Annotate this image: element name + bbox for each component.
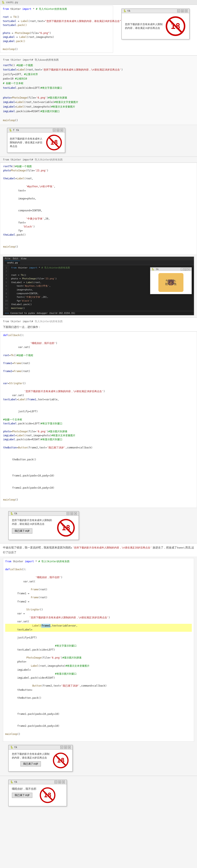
section4-source: from tkinter import# 导入tkinter的所有东西 bbox=[3, 319, 194, 324]
code-line bbox=[5, 704, 192, 708]
bear-overlay-text: #python,初小甲鱼 bbox=[165, 279, 177, 286]
code-text: .pack() bbox=[16, 23, 27, 27]
code-text: () bbox=[15, 47, 18, 51]
overlay-body: 🐻 #python,初小甲鱼 bbox=[150, 271, 192, 294]
code-line: theLabel=Label(root, bbox=[3, 177, 194, 185]
code-line bbox=[3, 358, 194, 362]
overlay-max: □ bbox=[184, 268, 187, 271]
code-comment: # 导入tkinter的所有东西 bbox=[36, 7, 67, 11]
title-icon-6: 🐍 bbox=[10, 780, 13, 783]
min-6[interactable]: − bbox=[54, 780, 57, 783]
code-block-1: from tkinter import * # 导入tkinter的所有东西 r… bbox=[0, 6, 113, 53]
title-icon-small: 🐍 bbox=[9, 129, 12, 132]
close-btn-2[interactable]: × bbox=[60, 129, 63, 132]
title-text-5a: tk bbox=[14, 746, 17, 749]
section2-windows: 🐍 f tk − □ × 您所下载的影片含有未成年人限制的内容，请在满足18岁后… bbox=[3, 126, 194, 154]
terminal-output: Connected to pydev debugger (build 202.8… bbox=[10, 312, 75, 314]
eighteen-button-4[interactable]: 我已满了18岁 bbox=[12, 528, 32, 534]
code-line: textLabel.pack(side=LEFT)#将文字显示到窗口 bbox=[5, 644, 192, 652]
browser-tab: 🐍 ceshi.py bbox=[0, 0, 197, 5]
code-line: var=StringVar() bbox=[3, 381, 194, 390]
code-text: (root,text= bbox=[28, 19, 45, 23]
ide-menu-edit: Edit bbox=[13, 257, 18, 260]
min-5a[interactable]: − bbox=[60, 746, 63, 749]
explanation-text: 中途出现了错误，我一直说好吧，我发现原来是因为我把a '您所下载的影片含有未成年… bbox=[3, 545, 194, 555]
ide-code-area: 12345 678910 1112 from tkinter import * … bbox=[3, 265, 194, 311]
code-line: rootTk()#创建一个视图 bbox=[3, 164, 194, 168]
code-line bbox=[3, 11, 110, 15]
minimize-btn-2[interactable]: − bbox=[53, 129, 56, 132]
content-6: 哦吼你好，我不信邪 我已满了18岁 bbox=[12, 787, 36, 798]
text-5a: 您所下载的影片含有未成年人限制的内容，请在满足18岁后再点击 bbox=[12, 752, 49, 760]
min-4[interactable]: − bbox=[67, 512, 70, 515]
button-5a[interactable]: 我已满了18岁 bbox=[21, 761, 41, 767]
code-func: mainloop bbox=[3, 47, 15, 51]
section6-window-area: 🐍 tk − □ × 哦吼你好，我不信邪 我已满了18岁 18 bbox=[4, 778, 193, 808]
code-line: imgLabel=Label(root,image=photo)#将显示文本变量… bbox=[5, 664, 192, 672]
overlay-close: × bbox=[187, 268, 190, 271]
section5-explanation: 中途出现了错误，我一直说好吧，我发现原来是因为我把a '您所下载的影片含有未成年… bbox=[0, 544, 197, 557]
close-button[interactable]: × bbox=[185, 9, 188, 12]
exp-line bbox=[3, 114, 194, 118]
code-line: justify=LEFT) bbox=[3, 406, 194, 418]
code-line: theLabel.pack() bbox=[3, 233, 194, 241]
close-6[interactable]: × bbox=[62, 780, 65, 783]
code-line: theButton=Button(frame2,text='我已满了18岁',c… bbox=[3, 446, 194, 454]
title-6: 🐍 tk bbox=[10, 780, 17, 783]
close-5a[interactable]: × bbox=[68, 746, 71, 749]
code-block-5: from tkinter import * # 导入tkinter的所有东西 d… bbox=[3, 558, 194, 742]
file-icon: 🐍 bbox=[2, 1, 5, 4]
code-line: textLabel = Label (root,text= "您所下载的影片含有… bbox=[3, 19, 110, 23]
button-6[interactable]: 我已满了18岁 bbox=[12, 793, 32, 798]
code-line: mainloop() bbox=[3, 498, 194, 506]
code-line: frame2.pack(padx=10,pady=10) bbox=[3, 482, 194, 494]
section4-intro: from tkinter import# 导入tkinter的所有东西 下面我们… bbox=[0, 318, 197, 332]
code-line: textLabel .pack() bbox=[3, 23, 110, 27]
code-line bbox=[5, 563, 192, 567]
code-line: imgLabel .pack() bbox=[3, 39, 110, 43]
code-var: textLabel bbox=[3, 23, 16, 27]
divider-4 bbox=[0, 776, 197, 776]
ide-titlebar: File Edit View bbox=[3, 257, 194, 260]
max-5a[interactable]: □ bbox=[64, 746, 67, 749]
exp-line: imgLabel=Label(root,image=photo)#将显示文本变量… bbox=[3, 105, 194, 109]
window-titlebar-4: 🐍 tk − □ × bbox=[8, 512, 79, 516]
maximize-button[interactable]: □ bbox=[181, 9, 184, 12]
code-line: frame2=Frame(root) bbox=[3, 369, 194, 377]
exp-line bbox=[3, 91, 194, 96]
code-var: imgLabel bbox=[3, 35, 15, 39]
window-text-small: 您所下载的影片含有未成年人限制的内容，请在满足18岁后再点击 bbox=[10, 137, 42, 148]
title-4: 🐍 tk bbox=[10, 512, 17, 515]
code-line-highlighted: textLabel=Label(frame1,textvariable=var, bbox=[5, 624, 192, 632]
code-line bbox=[5, 680, 192, 684]
code-line: var = StringVar() bbox=[5, 608, 192, 616]
code-string: "您所下载的影片含有未成年人限制的内容，请在满足18岁后再点击" bbox=[45, 19, 121, 23]
section3-source: from tkinter import# 导入tkinter的所有东西 bbox=[3, 158, 63, 161]
window-controls[interactable]: − □ × bbox=[53, 129, 63, 132]
controls-6[interactable]: − □ × bbox=[54, 780, 65, 783]
window-titlebar: 🐍 f tk − □ × bbox=[7, 128, 65, 132]
body-5a: 您所下载的影片含有未成年人限制的内容，请在满足18岁后再点击 我已满了18岁 1… bbox=[8, 750, 72, 771]
exp-line: mainloop() bbox=[3, 118, 194, 123]
maximize-btn-2[interactable]: □ bbox=[56, 129, 60, 132]
code-string: "6.png" bbox=[39, 31, 49, 35]
no18-sign-icon: 18 bbox=[165, 16, 186, 37]
code-block-4: def callback(): var.set('哦吼你好，我不信邪') roo… bbox=[0, 332, 197, 508]
max-6[interactable]: □ bbox=[58, 780, 61, 783]
window-body-small: 您所下载的影片含有未成年人限制的内容，请在满足18岁后再点击 18 bbox=[7, 132, 65, 153]
window-titlebar: 🐍 tk − □ × bbox=[122, 9, 189, 13]
max-4[interactable]: □ bbox=[70, 512, 73, 515]
controls-5a[interactable]: − □ × bbox=[60, 746, 71, 749]
code-line: from tkinter import * # 导入tkinter的所有东西 bbox=[3, 7, 110, 11]
code-text: = bbox=[10, 31, 15, 35]
window-controls-4[interactable]: − □ × bbox=[67, 512, 77, 515]
code-line: textLabel.pack(side=LEFT)#将文字显示到窗口 bbox=[3, 422, 194, 426]
section3-header: from tkinter import# 导入tkinter的所有东西 bbox=[0, 157, 197, 163]
minimize-button[interactable]: − bbox=[177, 9, 180, 12]
code-line: fg='black') bbox=[3, 225, 194, 233]
section5-code-area: from tkinter import * # 导入tkinter的所有东西 d… bbox=[3, 558, 194, 742]
close-4[interactable]: × bbox=[74, 512, 77, 515]
window-controls[interactable]: − □ × bbox=[177, 9, 188, 12]
window-titlebar-6: 🐍 tk − □ × bbox=[8, 780, 67, 784]
ide-tab-active: ceshi.py bbox=[5, 261, 20, 265]
